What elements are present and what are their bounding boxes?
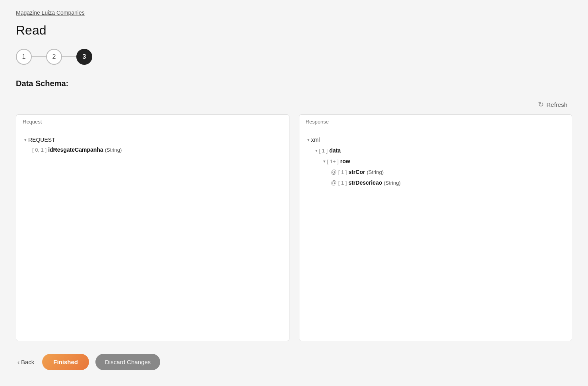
response-data-bracket: [ 1 ] xyxy=(319,147,328,155)
response-strcor-type: (String) xyxy=(367,168,384,176)
response-panel-content: xml [ 1 ] data [ 1+ ] row @ [ 1 ] xyxy=(299,128,572,195)
response-xml-label: xml xyxy=(311,136,320,144)
top-bar: ↻ Refresh xyxy=(16,98,572,111)
section-title: Data Schema: xyxy=(16,79,572,88)
chevron-xml xyxy=(307,137,310,143)
step-2[interactable]: 2 xyxy=(46,49,62,65)
response-strcor-name: strCor xyxy=(348,168,365,176)
breadcrumb[interactable]: Magazine Luiza Companies xyxy=(16,10,572,16)
response-strdescricao-row: @ [ 1 ] strDescricao (String) xyxy=(304,178,567,188)
step-1[interactable]: 1 xyxy=(16,49,32,65)
step-line-2 xyxy=(62,56,76,57)
request-field-row: [ 0, 1 ] idResgateCampanha (String) xyxy=(21,145,284,154)
stepper: 1 2 3 xyxy=(16,49,572,65)
response-row-name: row xyxy=(340,157,350,166)
request-root-row: REQUEST xyxy=(21,135,284,145)
request-panel-label: Request xyxy=(16,115,289,128)
refresh-icon: ↻ xyxy=(538,100,544,109)
response-xml-row: xml xyxy=(304,135,567,145)
page-title: Read xyxy=(16,23,572,38)
response-panel: Response xml [ 1 ] data [ 1+ ] row xyxy=(299,114,572,341)
back-button[interactable]: ‹ Back xyxy=(16,355,36,369)
request-field-bracket: [ 0, 1 ] xyxy=(32,147,47,153)
chevron-row xyxy=(323,158,326,165)
request-field-name: idResgateCampanha xyxy=(48,147,103,153)
response-strcor-row: @ [ 1 ] strCor (String) xyxy=(304,167,567,178)
response-row-row: [ 1+ ] row xyxy=(304,156,567,167)
chevron-request-root xyxy=(24,137,27,143)
step-3[interactable]: 3 xyxy=(76,49,92,65)
response-strcor-bracket: [ 1 ] xyxy=(338,168,347,176)
schema-panels: Request REQUEST [ 0, 1 ] idResgateCampan… xyxy=(16,114,572,341)
chevron-data xyxy=(315,147,318,154)
response-row-bracket: [ 1+ ] xyxy=(327,158,339,166)
response-strdescricao-type: (String) xyxy=(384,179,401,187)
request-field-type: (String) xyxy=(105,147,122,153)
refresh-label: Refresh xyxy=(546,101,567,108)
back-chevron: ‹ xyxy=(17,359,19,365)
at-strdescricao: @ xyxy=(331,179,337,187)
at-strcor: @ xyxy=(331,168,337,176)
response-data-name: data xyxy=(329,147,341,155)
response-strdescricao-name: strDescricao xyxy=(348,179,382,187)
response-panel-label: Response xyxy=(299,115,572,128)
finished-button[interactable]: Finished xyxy=(42,354,89,370)
response-strdescricao-bracket: [ 1 ] xyxy=(338,179,347,187)
request-panel-content: REQUEST [ 0, 1 ] idResgateCampanha (Stri… xyxy=(16,128,289,160)
response-data-row: [ 1 ] data xyxy=(304,145,567,156)
refresh-button[interactable]: ↻ Refresh xyxy=(533,98,572,111)
discard-button[interactable]: Discard Changes xyxy=(95,354,160,370)
request-panel: Request REQUEST [ 0, 1 ] idResgateCampan… xyxy=(16,114,289,341)
bottom-bar: ‹ Back Finished Discard Changes xyxy=(16,354,572,370)
back-label: Back xyxy=(21,359,34,365)
step-line-1 xyxy=(32,56,46,57)
request-root-label: REQUEST xyxy=(28,136,55,144)
